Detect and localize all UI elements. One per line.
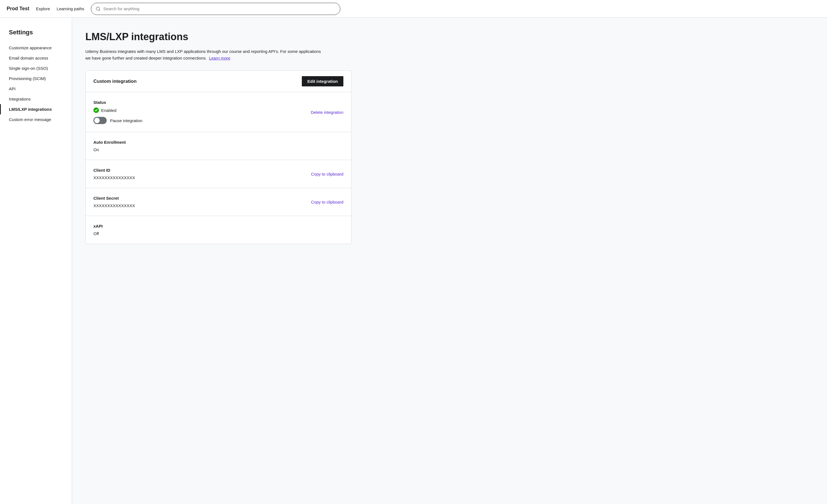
client-secret-section: Client Secret XXXXXXXXXXXXXXX Copy to cl… bbox=[86, 188, 351, 216]
pause-integration-row: Pause integration bbox=[93, 117, 343, 124]
sidebar: Settings Customize appearance Email doma… bbox=[0, 18, 72, 504]
card-body: Status Enabled bbox=[86, 92, 351, 244]
sidebar-item-lms-lxp[interactable]: LMS/LXP integrations bbox=[0, 104, 72, 114]
sidebar-item-sso[interactable]: Single sign-on (SSO) bbox=[0, 63, 72, 73]
xapi-section: xAPI Off bbox=[86, 216, 351, 244]
nav-explore[interactable]: Explore bbox=[36, 6, 50, 11]
sidebar-item-custom-error[interactable]: Custom error message bbox=[0, 114, 72, 125]
xapi-value: Off bbox=[93, 231, 343, 236]
sidebar-item-customize-appearance[interactable]: Customize appearance bbox=[0, 43, 72, 53]
toggle-thumb bbox=[94, 118, 100, 123]
custom-integration-card: Custom integration Edit integration Stat… bbox=[85, 70, 351, 244]
edit-integration-button[interactable]: Edit integration bbox=[302, 76, 343, 87]
card-header-title: Custom integration bbox=[93, 79, 137, 84]
client-secret-value: XXXXXXXXXXXXXXX bbox=[93, 203, 343, 208]
page-layout: Settings Customize appearance Email doma… bbox=[0, 18, 827, 504]
sidebar-item-email-domain-access[interactable]: Email domain access bbox=[0, 53, 72, 63]
auto-enrollment-section: Auto Enrollment On bbox=[86, 132, 351, 160]
sidebar-item-integrations[interactable]: Integrations bbox=[0, 94, 72, 104]
brand-logo[interactable]: Prod Test bbox=[7, 6, 30, 12]
svg-line-1 bbox=[99, 10, 100, 10]
search-bar[interactable] bbox=[91, 3, 340, 15]
topnav: Prod Test Explore Learning paths bbox=[0, 0, 827, 18]
sidebar-item-api[interactable]: API bbox=[0, 83, 72, 94]
sidebar-item-provisioning[interactable]: Provisioning (SCIM) bbox=[0, 73, 72, 83]
pause-integration-toggle[interactable] bbox=[93, 117, 107, 124]
status-label: Status bbox=[93, 100, 343, 105]
client-id-copy-link[interactable]: Copy to clipboard bbox=[311, 172, 343, 176]
enabled-check-icon bbox=[93, 107, 99, 113]
pause-integration-label: Pause integration bbox=[110, 118, 142, 123]
search-input[interactable] bbox=[103, 6, 336, 11]
client-id-label: Client ID bbox=[93, 168, 343, 172]
client-secret-label: Client Secret bbox=[93, 196, 343, 201]
page-title: LMS/LXP integrations bbox=[85, 31, 814, 43]
auto-enrollment-value: On bbox=[93, 147, 343, 152]
status-enabled-row: Enabled bbox=[93, 107, 343, 113]
learn-more-link[interactable]: Learn more bbox=[209, 56, 230, 60]
status-section: Status Enabled bbox=[86, 92, 351, 132]
card-header: Custom integration Edit integration bbox=[86, 71, 351, 92]
delete-integration-link[interactable]: Delete integration bbox=[311, 110, 343, 114]
nav-learning-paths[interactable]: Learning paths bbox=[57, 6, 84, 11]
client-id-value: XXXXXXXXXXXXXXX bbox=[93, 175, 343, 180]
search-icon bbox=[96, 6, 101, 11]
page-description: Udemy Business integrates with many LMS … bbox=[85, 48, 324, 61]
main-content: LMS/LXP integrations Udemy Business inte… bbox=[72, 18, 827, 504]
sidebar-title: Settings bbox=[0, 29, 72, 43]
client-id-section: Client ID XXXXXXXXXXXXXXX Copy to clipbo… bbox=[86, 160, 351, 188]
xapi-label: xAPI bbox=[93, 224, 343, 228]
status-text: Enabled bbox=[101, 108, 116, 113]
client-secret-copy-link[interactable]: Copy to clipboard bbox=[311, 200, 343, 204]
auto-enrollment-label: Auto Enrollment bbox=[93, 140, 343, 145]
